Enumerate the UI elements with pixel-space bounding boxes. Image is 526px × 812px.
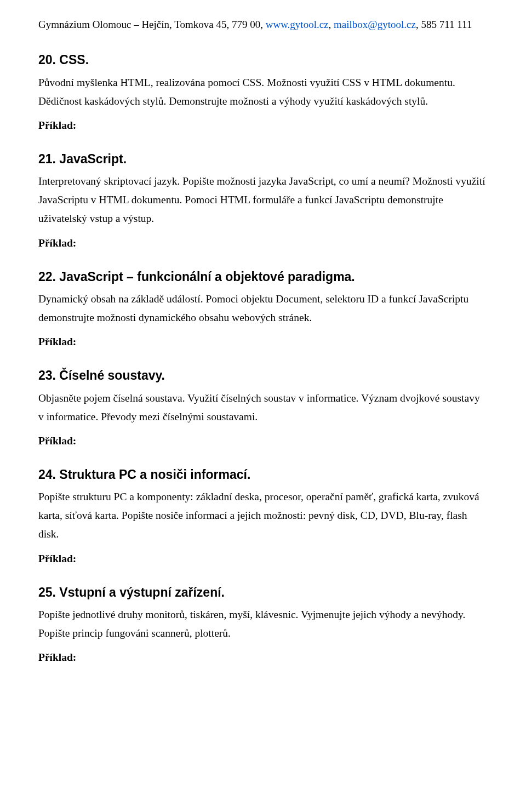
header-suffix: , 585 711 111	[416, 19, 472, 30]
header-prefix: Gymnázium Olomouc – Hejčín, Tomkova 45, …	[38, 19, 266, 30]
header-link-website[interactable]: www.gytool.cz	[266, 19, 329, 30]
section-heading: 22. JavaScript – funkcionální a objektov…	[38, 266, 488, 288]
example-label: Příklad:	[38, 116, 488, 135]
header-sep1: ,	[329, 19, 334, 30]
header-link-email[interactable]: mailbox@gytool.cz	[334, 19, 416, 30]
section-body: Původní myšlenka HTML, realizována pomoc…	[38, 73, 488, 111]
example-label: Příklad:	[38, 333, 488, 351]
section-heading: 23. Číselné soustavy.	[38, 364, 488, 386]
section-20: 20. CSS. Původní myšlenka HTML, realizov…	[38, 49, 488, 135]
section-24: 24. Struktura PC a nosiči informací. Pop…	[38, 464, 488, 568]
section-heading: 25. Vstupní a výstupní zařízení.	[38, 581, 488, 603]
section-body: Dynamický obsah na základě událostí. Pom…	[38, 290, 488, 327]
section-heading: 24. Struktura PC a nosiči informací.	[38, 464, 488, 485]
section-heading: 21. JavaScript.	[38, 148, 488, 170]
section-body: Interpretovaný skriptovací jazyk. Popišt…	[38, 172, 488, 228]
example-label: Příklad:	[38, 550, 488, 568]
section-body: Popište strukturu PC a komponenty: zákla…	[38, 488, 488, 544]
section-25: 25. Vstupní a výstupní zařízení. Popište…	[38, 581, 488, 667]
example-label: Příklad:	[38, 648, 488, 667]
example-label: Příklad:	[38, 234, 488, 253]
section-22: 22. JavaScript – funkcionální a objektov…	[38, 266, 488, 352]
section-body: Popište jednotlivé druhy monitorů, tiská…	[38, 605, 488, 643]
page-header: Gymnázium Olomouc – Hejčín, Tomkova 45, …	[38, 15, 488, 33]
example-label: Příklad:	[38, 432, 488, 450]
section-heading: 20. CSS.	[38, 49, 488, 71]
section-21: 21. JavaScript. Interpretovaný skriptova…	[38, 148, 488, 253]
section-23: 23. Číselné soustavy. Objasněte pojem čí…	[38, 364, 488, 450]
section-body: Objasněte pojem číselná soustava. Využit…	[38, 389, 488, 426]
